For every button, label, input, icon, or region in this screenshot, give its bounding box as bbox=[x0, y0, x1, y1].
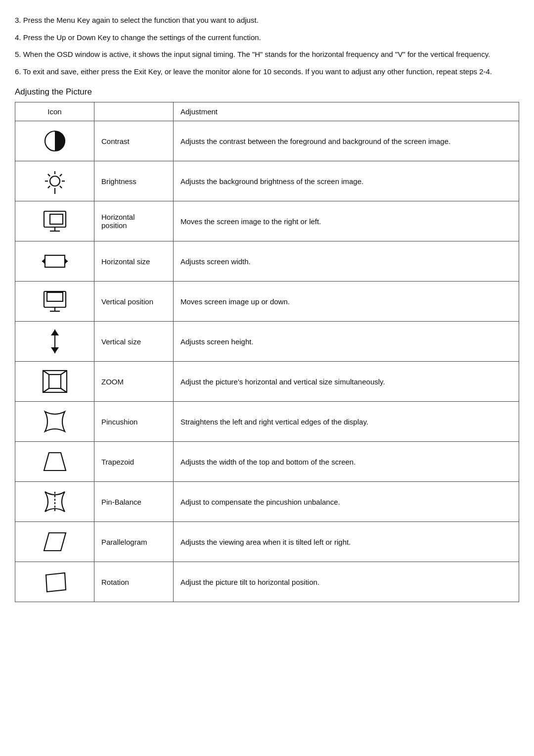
row-desc-7: Straightens the left and right vertical … bbox=[174, 402, 519, 442]
row-name-10: Parallelogram bbox=[94, 522, 174, 562]
svg-rect-25 bbox=[49, 375, 61, 388]
row-name-9: Pin-Balance bbox=[94, 482, 174, 522]
row-desc-3: Adjusts screen width. bbox=[174, 241, 519, 282]
h-position-icon-cell bbox=[15, 201, 94, 241]
h-position-icon bbox=[22, 206, 87, 236]
header-name bbox=[94, 102, 174, 121]
h-size-icon-cell bbox=[15, 241, 94, 282]
row-name-3: Horizontal size bbox=[94, 241, 174, 282]
row-name-8: Trapezoid bbox=[94, 442, 174, 482]
row-desc-0: Adjusts the contrast between the foregro… bbox=[174, 121, 519, 161]
row-desc-10: Adjusts the viewing area when it is tilt… bbox=[174, 522, 519, 562]
table-row: Vertical sizeAdjusts screen height. bbox=[15, 322, 519, 362]
row-desc-5: Adjusts screen height. bbox=[174, 322, 519, 362]
table-row: PincushionStraightens the left and right… bbox=[15, 402, 519, 442]
v-size-icon bbox=[22, 327, 87, 356]
row-name-0: Contrast bbox=[94, 121, 174, 161]
brightness-icon-cell bbox=[15, 161, 94, 201]
row-desc-2: Moves the screen image to the right or l… bbox=[174, 201, 519, 241]
svg-marker-33 bbox=[46, 573, 66, 592]
contrast-icon bbox=[22, 126, 87, 156]
row-desc-1: Adjusts the background brightness of the… bbox=[174, 161, 519, 201]
row-desc-11: Adjust the picture tilt to horizontal po… bbox=[174, 562, 519, 602]
row-desc-6: Adjust the picture's horizontal and vert… bbox=[174, 362, 519, 402]
v-position-icon-cell bbox=[15, 282, 94, 322]
trapezoid-icon bbox=[22, 447, 87, 476]
brightness-icon bbox=[22, 166, 87, 196]
row-name-5: Vertical size bbox=[94, 322, 174, 362]
table-row: ZOOMAdjust the picture's horizontal and … bbox=[15, 362, 519, 402]
zoom-icon bbox=[22, 367, 87, 396]
table-row: Pin-BalanceAdjust to compensate the pinc… bbox=[15, 482, 519, 522]
table-row: Horizontal positionMoves the screen imag… bbox=[15, 201, 519, 241]
pin-balance-icon bbox=[22, 487, 87, 517]
row-name-7: Pincushion bbox=[94, 402, 174, 442]
intro-p3: 5. When the OSD window is active, it sho… bbox=[15, 49, 519, 60]
parallelogram-icon-cell bbox=[15, 522, 94, 562]
row-name-2: Horizontal position bbox=[94, 201, 174, 241]
header-adjustment: Adjustment bbox=[174, 102, 519, 121]
svg-marker-30 bbox=[44, 453, 66, 471]
row-name-6: ZOOM bbox=[94, 362, 174, 402]
svg-point-1 bbox=[50, 176, 60, 186]
svg-line-29 bbox=[61, 388, 67, 392]
svg-rect-19 bbox=[47, 292, 63, 301]
pincushion-icon-cell bbox=[15, 402, 94, 442]
section-title: Adjusting the Picture bbox=[15, 87, 519, 97]
v-size-icon-cell bbox=[15, 322, 94, 362]
pin-balance-icon-cell bbox=[15, 482, 94, 522]
row-name-1: Brightness bbox=[94, 161, 174, 201]
contrast-icon-cell bbox=[15, 121, 94, 161]
row-desc-9: Adjust to compensate the pincushion unba… bbox=[174, 482, 519, 522]
svg-rect-12 bbox=[50, 214, 63, 224]
header-icon: Icon bbox=[15, 102, 94, 121]
svg-line-28 bbox=[43, 388, 49, 392]
svg-marker-32 bbox=[44, 533, 66, 551]
intro-p4: 6. To exit and save, either press the Ex… bbox=[15, 66, 519, 78]
table-row: BrightnessAdjusts the background brightn… bbox=[15, 161, 519, 201]
parallelogram-icon bbox=[22, 527, 87, 557]
svg-line-6 bbox=[47, 174, 49, 176]
row-desc-4: Moves screen image up or down. bbox=[174, 282, 519, 322]
trapezoid-icon-cell bbox=[15, 442, 94, 482]
svg-line-9 bbox=[47, 186, 49, 188]
rotation-icon-cell bbox=[15, 562, 94, 602]
svg-line-8 bbox=[59, 174, 61, 176]
svg-rect-15 bbox=[45, 255, 65, 267]
intro-p1: 3. Press the Menu Key again to select th… bbox=[15, 15, 519, 26]
table-row: Horizontal sizeAdjusts screen width. bbox=[15, 241, 519, 282]
row-name-4: Vertical position bbox=[94, 282, 174, 322]
row-desc-8: Adjusts the width of the top and bottom … bbox=[174, 442, 519, 482]
rotation-icon bbox=[22, 567, 87, 597]
svg-line-26 bbox=[43, 371, 49, 375]
adjustment-table: Icon Adjustment ContrastAdjusts the cont… bbox=[15, 102, 519, 602]
svg-line-27 bbox=[61, 371, 67, 375]
svg-rect-24 bbox=[43, 371, 67, 392]
row-name-11: Rotation bbox=[94, 562, 174, 602]
svg-line-7 bbox=[59, 186, 61, 188]
v-position-icon bbox=[22, 286, 87, 316]
intro-p2: 4. Press the Up or Down Key to change th… bbox=[15, 32, 519, 44]
table-row: TrapezoidAdjusts the width of the top an… bbox=[15, 442, 519, 482]
table-row: Vertical positionMoves screen image up o… bbox=[15, 282, 519, 322]
h-size-icon bbox=[22, 246, 87, 276]
table-row: ContrastAdjusts the contrast between the… bbox=[15, 121, 519, 161]
intro-block: 3. Press the Menu Key again to select th… bbox=[15, 15, 519, 77]
table-row: ParallelogramAdjusts the viewing area wh… bbox=[15, 522, 519, 562]
pincushion-icon bbox=[22, 407, 87, 436]
zoom-icon-cell bbox=[15, 362, 94, 402]
table-row: RotationAdjust the picture tilt to horiz… bbox=[15, 562, 519, 602]
